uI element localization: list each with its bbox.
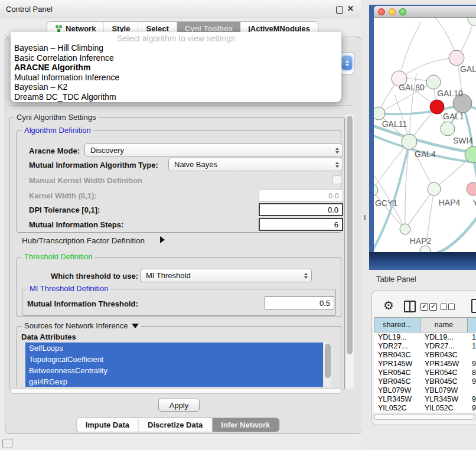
column-header[interactable]: shared... <box>374 317 420 332</box>
network-edge[interactable] <box>431 208 476 252</box>
table-cell: YDR27... <box>420 341 468 350</box>
node-top-cut[interactable] <box>468 18 476 25</box>
combo-stepper-icon <box>335 144 339 156</box>
dpi-tolerance-field[interactable]: 0.0 <box>259 203 343 216</box>
control-panel-titlebar: Control Panel ✕ <box>0 0 366 18</box>
apply-button[interactable]: Apply <box>158 399 200 412</box>
gear-icon[interactable]: ⚙ <box>383 298 394 312</box>
aracne-mode-combo[interactable]: Discovery <box>84 144 343 157</box>
column-header[interactable]: name <box>420 317 468 332</box>
minimize-window-icon[interactable] <box>389 8 396 15</box>
kernel-width-value: 0.0 <box>328 191 339 200</box>
attribute-list-scrollbar[interactable] <box>324 343 331 389</box>
divider-grip[interactable] <box>364 215 366 220</box>
node-gal-pink[interactable] <box>449 50 464 66</box>
node-label: GAL11 <box>382 119 407 129</box>
attribute-list-item[interactable]: gal4RGexp <box>25 376 323 387</box>
kernel-width-field[interactable]: 0.0 <box>259 189 343 202</box>
close-panel-icon[interactable]: ✕ <box>347 4 354 13</box>
node-pink-right[interactable] <box>467 182 476 195</box>
network-edge[interactable] <box>399 22 421 79</box>
algorithm-option[interactable]: Bayesian – Hill Climbing <box>11 43 341 53</box>
mi-steps-field[interactable]: 6 <box>259 218 343 231</box>
node-gal4[interactable] <box>402 134 417 149</box>
table-cell: YPR145W <box>374 359 420 368</box>
mi-steps-label: Mutual Information Steps: <box>29 220 123 229</box>
table-row[interactable]: YPR145WYPR145W9. <box>374 359 476 368</box>
network-edge[interactable] <box>399 58 457 79</box>
attribute-list-item[interactable]: SelfLoops <box>25 343 323 354</box>
kernel-width-label: Kernel Width (0,1): <box>29 191 97 200</box>
node-gal11[interactable] <box>374 107 385 120</box>
table-cell: 8. <box>468 368 476 377</box>
table-row[interactable]: YBL079WYBL079W <box>374 386 476 394</box>
node-gal1[interactable] <box>441 122 455 136</box>
algorithm-option[interactable]: Bayesian – K2 <box>11 82 341 92</box>
which-threshold-combo[interactable]: MI Threshold <box>140 269 312 282</box>
table-row[interactable]: YDR27...YDR27...12 <box>374 341 476 350</box>
table-cell: YBR045C <box>374 377 420 386</box>
mi-threshold-label: Mutual Information Threshold: <box>27 299 138 308</box>
mi-type-label: Mutual Information Algorithm Type: <box>29 161 158 169</box>
table-cell <box>468 350 476 359</box>
combo-stepper-icon <box>335 158 339 171</box>
deselect-columns-icon[interactable] <box>441 304 447 310</box>
table-row[interactable]: YBR045CYBR045C9. <box>374 377 476 386</box>
algorithm-option[interactable]: ARACNE Algorithm <box>11 63 341 73</box>
node-bottom-cut[interactable] <box>420 246 431 252</box>
attribute-list-item[interactable]: TopologicalCoefficient <box>25 354 323 365</box>
split-columns-icon[interactable] <box>404 301 416 312</box>
settings-horizontal-scrollbar[interactable] <box>9 387 344 394</box>
network-canvas[interactable]: GALGAL80GAL10GAL1GAL11SWI4GAL4GCY1HAP4YH… <box>374 18 476 252</box>
algorithm-option[interactable]: Dream8 DC_TDC Algorithm <box>11 92 341 102</box>
expand-right-icon[interactable] <box>160 236 165 243</box>
hidden-frame-edge <box>9 105 352 106</box>
table-row[interactable]: YIL052CYIL052C9 <box>374 403 476 412</box>
network-edge[interactable] <box>409 142 434 189</box>
settings-frame-title: Cyni Algorithm Settings <box>14 113 98 122</box>
new-column-icon[interactable] <box>471 299 476 313</box>
node-gal10[interactable] <box>426 75 441 89</box>
close-window-icon[interactable] <box>378 8 385 15</box>
network-edge[interactable] <box>374 190 405 229</box>
node-red[interactable] <box>430 100 444 114</box>
zoom-window-icon[interactable] <box>399 8 406 15</box>
tab-label: Impute Data <box>86 420 129 429</box>
settings-vertical-scrollbar[interactable] <box>345 115 354 389</box>
manual-kernel-checkbox[interactable] <box>332 175 341 184</box>
algorithm-option[interactable]: Mutual Information Inference <box>11 73 341 83</box>
node-hap4[interactable] <box>428 182 441 195</box>
network-edge[interactable] <box>405 189 434 229</box>
mi-threshold-field[interactable]: 0.5 <box>265 296 334 309</box>
select-columns-icon[interactable]: ✓ <box>420 303 428 311</box>
table-horizontal-scrollbar[interactable] <box>373 413 476 420</box>
tab-discretize-data[interactable]: Discretize Data <box>139 418 212 432</box>
scrollbar-thumb[interactable] <box>347 116 353 354</box>
select-columns-icon[interactable]: ✓ <box>429 303 437 311</box>
column-header[interactable] <box>468 317 476 332</box>
scrollbar-thumb[interactable] <box>11 388 341 394</box>
network-edge[interactable] <box>374 143 409 252</box>
table-row[interactable]: YDL19...YDL19...13 <box>374 332 476 341</box>
table-row[interactable]: YER054CYER054C8. <box>374 368 476 377</box>
algorithm-option[interactable]: Basic Correlation Inference <box>11 53 341 63</box>
scrollbar-thumb[interactable] <box>374 414 474 420</box>
node-gcy1[interactable] <box>374 184 378 196</box>
data-attributes-list[interactable]: SelfLoopsTopologicalCoefficientBetweenne… <box>25 343 323 389</box>
collapsed-panel-icon[interactable] <box>2 439 12 448</box>
deselect-columns-icon[interactable] <box>448 304 455 310</box>
float-window-icon[interactable] <box>336 6 343 14</box>
tab-infer-network[interactable]: Infer Network <box>212 418 279 432</box>
collapse-down-icon[interactable] <box>132 324 139 328</box>
node-label: GAL1 <box>443 112 464 121</box>
attribute-list-item[interactable]: BetweennessCentrality <box>25 365 323 376</box>
table-row[interactable]: YLR345WYLR345W9. <box>374 394 476 403</box>
tab-impute-data[interactable]: Impute Data <box>77 418 139 432</box>
threshold-definition-frame: Threshold Definition Which threshold to … <box>17 257 341 317</box>
aracne-mode-value: Discovery <box>90 146 124 155</box>
mi-algorithm-type-combo[interactable]: Naive Bayes <box>168 158 343 171</box>
node-hap2[interactable] <box>400 224 410 234</box>
scrollbar-thumb[interactable] <box>325 344 331 378</box>
table-row[interactable]: YBR043CYBR043C <box>374 350 476 359</box>
table-cell: 9. <box>468 377 476 386</box>
